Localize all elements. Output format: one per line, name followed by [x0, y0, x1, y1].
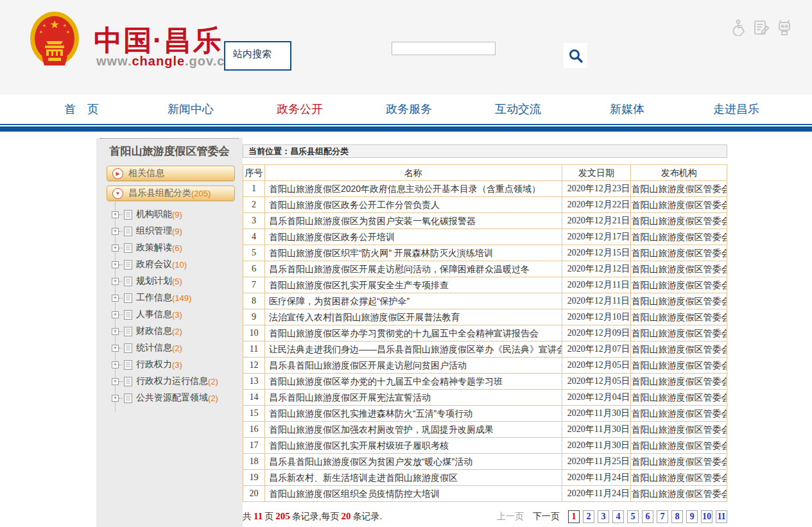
row-title-link[interactable]: 首阳山旅游度假区扎实开展安全生产专项排查 — [269, 280, 449, 290]
row-title-link[interactable]: 首阳山旅游度假区政务公开工作分管负责人 — [269, 200, 440, 210]
page-number-button[interactable]: 7 — [657, 510, 668, 523]
page-number-button[interactable]: 11 — [716, 510, 727, 523]
row-date: 2020年12月21日 — [562, 213, 631, 229]
row-title-link[interactable]: 首阳山旅游度假区2020年政府信息主动公开基本目录（含重点领域） — [269, 184, 540, 194]
tree-item[interactable]: + 公共资源配置领域 (2) — [112, 390, 243, 406]
page-number-button[interactable]: 8 — [671, 510, 683, 523]
national-emblem-logo: ★ ★ ★ ★ ★ — [29, 10, 80, 71]
search-icon — [568, 48, 583, 64]
sidebar-category-button[interactable]: ▼ 昌乐县组配分类 (205) — [107, 186, 235, 201]
row-title-link[interactable]: 昌乐县首阳山旅游度假区开展走访慰问贫困户活动 — [269, 360, 467, 370]
tree-item[interactable]: + 组织管理 (9) — [112, 223, 243, 239]
row-agency: 首阳山旅游度假区管委会 — [630, 325, 727, 341]
main-nav-items: 首 页 新闻中心 政务公开 政务服务 互动交流 新媒体 走进昌乐 — [27, 94, 791, 124]
page-number-button[interactable]: 5 — [627, 510, 639, 523]
tree-item[interactable]: + 行政权力 (3) — [112, 356, 243, 373]
page-number-button[interactable]: 6 — [642, 510, 653, 523]
tree-item[interactable]: + 财政信息 (2) — [112, 323, 243, 340]
table-row: 20 首阳山旅游度假区组织全员疫情防控大培训 2020年11月24日 首阳山旅游… — [243, 485, 727, 501]
page-number-button[interactable]: 2 — [583, 510, 594, 523]
row-date: 2020年12月11日 — [562, 277, 631, 293]
row-title-link[interactable]: 首阳山旅游度假区政务公开培训 — [269, 232, 395, 242]
tree-expand-icon[interactable]: + — [112, 395, 119, 402]
row-title-cell: 首阳山旅游度假区织牢“防火网” 开展森林防灭火演练培训 — [264, 245, 562, 261]
tree-expand-icon[interactable]: + — [112, 378, 119, 385]
row-title-link[interactable]: 昌乐首阳山旅游度假区为贫困户安装一氧化碳报警器 — [269, 216, 476, 226]
sidebar-category-button[interactable]: ▶ 相关信息 — [107, 166, 235, 181]
tree-expand-icon[interactable]: + — [112, 245, 119, 252]
tree-expand-icon[interactable]: + — [112, 361, 119, 368]
row-title-link[interactable]: 首阳山旅游度假区组织全员疫情防控大培训 — [269, 488, 440, 499]
nav-item[interactable]: 互动交流 — [463, 94, 573, 124]
row-title-link[interactable]: 昌乐县首阳山旅游度假区为贫困户发放“暖心煤”活动 — [269, 456, 472, 467]
summary-prefix: 共 — [243, 511, 252, 521]
tree-item[interactable]: + 规划计划 (5) — [112, 273, 243, 289]
row-number: 17 — [243, 438, 264, 453]
tree-item[interactable]: + 行政权力运行信息 (2) — [112, 373, 243, 390]
nav-item[interactable]: 政务公开 — [245, 94, 354, 124]
site-search-input[interactable] — [392, 42, 496, 55]
table-row: 7 首阳山旅游度假区扎实开展安全生产专项排查 2020年12月11日 首阳山旅游… — [243, 277, 727, 293]
row-title-link[interactable]: 医疗保障，为贫困群众撑起“保护伞” — [269, 296, 410, 306]
tree-expand-icon[interactable]: + — [112, 311, 119, 318]
page-number-button[interactable]: 10 — [701, 510, 713, 523]
row-title-link[interactable]: 首阳山旅游度假区织牢“防火网” 开展森林防灭火演练培训 — [269, 248, 493, 258]
tree-item[interactable]: + 统计信息 (2) — [112, 340, 243, 356]
nav-item[interactable]: 政务服务 — [354, 94, 463, 124]
page-number-button[interactable]: 9 — [686, 510, 698, 523]
row-title-link[interactable]: 首阳山旅游度假区加强农村厕改管护，巩固提升改厕成果 — [269, 424, 494, 435]
page-number-button[interactable]: 1 — [568, 510, 580, 523]
row-title-link[interactable]: 首阳山旅游度假区扎实推进森林防火“五清”专项行动 — [269, 408, 472, 419]
header-utility-icons — [730, 19, 793, 36]
tree-item[interactable]: + 政府会议 (10) — [112, 256, 243, 273]
tree-item-count: (2) — [172, 343, 182, 353]
row-title-cell: 昌乐县首阳山旅游度假区为贫困户发放“暖心煤”活动 — [264, 454, 562, 469]
tree-item[interactable]: + 机构职能 (9) — [112, 206, 243, 223]
document-icon — [124, 360, 132, 370]
nav-item[interactable]: 新媒体 — [573, 94, 682, 124]
row-title-link[interactable]: 昌乐首阳山旅游度假区开展宪法宣誓活动 — [269, 392, 431, 402]
tree-item[interactable]: + 政策解读 (6) — [112, 239, 243, 256]
table-row: 3 昌乐首阳山旅游度假区为贫困户安装一氧化碳报警器 2020年12月21日 首阳… — [243, 212, 727, 229]
tree-expand-icon[interactable]: + — [112, 261, 119, 268]
tree-expand-icon[interactable]: + — [112, 345, 119, 352]
row-title-link[interactable]: 法治宣传入农村|首阳山旅游度假区开展普法教育 — [269, 312, 460, 322]
col-header-name: 名称 — [264, 165, 562, 180]
svg-text:★: ★ — [66, 30, 70, 34]
row-title-link[interactable]: 让民法典走进我们身边——昌乐县首阳山旅游度假区举办《民法典》宣讲会 — [269, 344, 562, 354]
table-row: 9 法治宣传入农村|首阳山旅游度假区开展普法教育 2020年12月10日 首阳山… — [243, 309, 727, 325]
row-title-link[interactable]: 首阳山旅游度假区扎实开展村级班子履职考核 — [269, 440, 449, 451]
main-nav: 首 页 新闻中心 政务公开 政务服务 互动交流 新媒体 走进昌乐 — [0, 94, 812, 124]
next-page-button[interactable]: 下一页 — [533, 511, 560, 523]
prev-page-button[interactable]: 上一页 — [497, 511, 524, 523]
nav-item[interactable]: 首 页 — [27, 94, 136, 124]
page-number-button[interactable]: 3 — [598, 510, 609, 523]
tree-expand-icon[interactable]: + — [112, 328, 119, 335]
table-row: 8 医疗保障，为贫困群众撑起“保护伞” 2020年12月11日 首阳山旅游度假区… — [243, 293, 727, 309]
table-header-row: 序号 名称 发文日期 发布机构 — [243, 165, 727, 180]
tree-expand-icon[interactable]: + — [112, 228, 119, 235]
row-title-link[interactable]: 昌乐首阳山旅游度假区开展走访慰问活动，保障困难群众温暖过冬 — [269, 264, 530, 274]
tree-item[interactable]: + 人事信息 (3) — [112, 306, 243, 323]
nav-item[interactable]: 新闻中心 — [136, 94, 245, 124]
search-button[interactable] — [564, 43, 587, 68]
page-number-button[interactable]: 4 — [612, 510, 624, 523]
row-number: 16 — [243, 422, 264, 437]
tree-expand-icon[interactable]: + — [112, 211, 119, 218]
row-title-link[interactable]: 昌乐新农村、新生活培训走进首阳山旅游度假区 — [269, 472, 458, 483]
content-edit-icon[interactable] — [753, 19, 770, 36]
nav-item[interactable]: 走进昌乐 — [682, 94, 791, 124]
tree-stub-line — [119, 365, 123, 365]
site-search-scope[interactable]: 站内搜索 — [224, 41, 291, 71]
tree-item-label: 统计信息 — [136, 342, 172, 354]
robot-icon[interactable] — [776, 19, 793, 36]
tree-expand-icon[interactable]: + — [112, 295, 119, 302]
row-title-link[interactable]: 首阳山旅游度假区举办学习贯彻党的十九届五中全会精神宣讲报告会 — [269, 328, 539, 338]
tree-item[interactable]: + 工作信息 (149) — [112, 289, 243, 306]
accessibility-icon[interactable] — [730, 19, 747, 36]
row-title-link[interactable]: 首阳山旅游度假区举办党的十九届五中全会精神专题学习班 — [269, 376, 503, 386]
row-agency: 首阳山旅游度假区管委会 — [630, 229, 727, 245]
tree-expand-icon[interactable]: + — [112, 278, 119, 285]
table-row: 18 昌乐县首阳山旅游度假区为贫困户发放“暖心煤”活动 2020年11月25日 … — [243, 453, 727, 469]
document-icon — [124, 227, 132, 236]
